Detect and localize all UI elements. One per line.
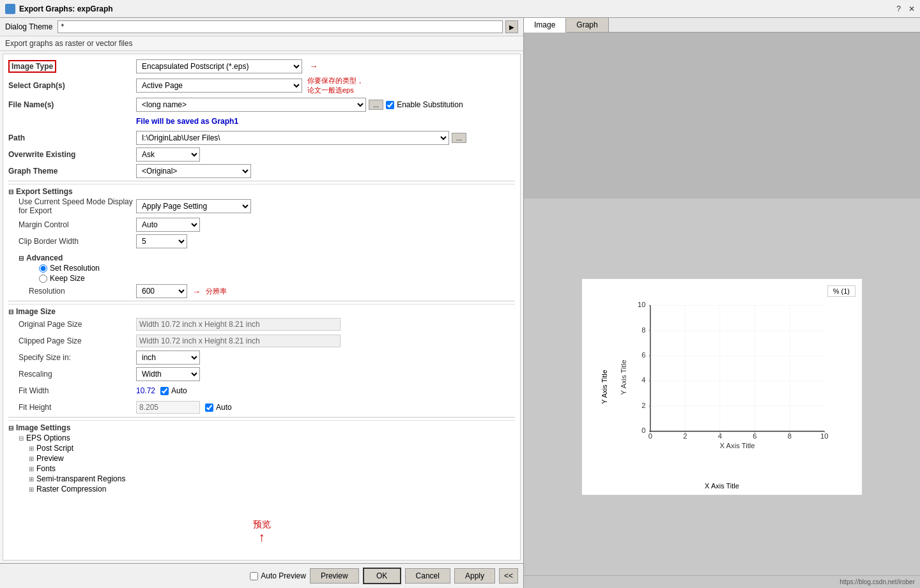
fit-height-label: Fit Height — [8, 403, 136, 412]
enable-substitution-checkbox[interactable] — [386, 101, 394, 109]
fonts-item: ⊞ Fonts — [8, 464, 515, 473]
preview-annotation-area: 预览 ↑ — [8, 519, 515, 543]
graph-tab[interactable]: Graph — [566, 18, 608, 32]
keep-size-row: Keep Size — [8, 274, 515, 283]
clipped-page-size-input — [136, 335, 341, 347]
semi-transparent-expand[interactable]: ⊞ — [29, 476, 34, 483]
fit-width-auto-row: Auto — [160, 386, 187, 395]
preview-button[interactable]: Preview — [310, 568, 359, 584]
file-saved-row: File will be saved as Graph1 — [8, 114, 515, 128]
fit-height-input[interactable] — [136, 401, 200, 414]
path-label: Path — [8, 133, 136, 142]
image-type-select[interactable]: Encapsulated Postscript (*.eps) — [136, 59, 302, 73]
apply-button[interactable]: Apply — [454, 568, 495, 584]
clipped-page-size-row: Clipped Page Size — [8, 334, 515, 348]
graph-theme-select[interactable]: <Original> — [136, 164, 251, 178]
svg-text:Y Axis Title: Y Axis Title — [620, 360, 627, 395]
rescaling-control: Width — [136, 367, 515, 381]
image-tab[interactable]: Image — [524, 18, 566, 33]
fit-width-auto-label: Auto — [171, 386, 187, 395]
file-names-control: <long name> ... Enable Substitution — [136, 98, 515, 112]
right-panel: Image Graph % (1) Y Axis Title X Axis Ti… — [524, 18, 920, 588]
image-type-control: Encapsulated Postscript (*.eps) → — [136, 59, 515, 73]
dialog-theme-arrow-btn[interactable]: ▶ — [505, 20, 518, 33]
set-resolution-label: Set Resolution — [50, 264, 100, 273]
auto-preview-checkbox[interactable] — [250, 572, 258, 580]
eps-options-expand[interactable]: ⊟ — [19, 435, 24, 442]
specify-size-select[interactable]: inch — [136, 351, 200, 365]
clip-border-label: Clip Border Width — [8, 237, 136, 246]
svg-text:8: 8 — [641, 326, 645, 334]
export-settings-collapse[interactable]: ⊟ — [8, 188, 13, 195]
svg-text:4: 4 — [718, 432, 722, 440]
file-names-label: File Name(s) — [8, 100, 136, 109]
fit-width-row: Fit Width 10.72 Auto — [8, 384, 515, 398]
set-resolution-radio[interactable] — [39, 264, 47, 273]
use-current-speed-label: Use Current Speed Mode Display for Expor… — [8, 197, 136, 215]
ok-button[interactable]: OK — [363, 568, 401, 584]
svg-text:6: 6 — [753, 432, 756, 440]
fit-height-auto-row: Auto — [205, 403, 232, 412]
app-icon — [5, 4, 15, 14]
select-graphs-row: Select Graph(s) Active Page 你要保存的类型，论文一般… — [8, 76, 515, 95]
semi-transparent-item: ⊞ Semi-transparent Regions — [8, 474, 515, 483]
file-names-select[interactable]: <long name> — [136, 98, 366, 112]
preview-tree-label: Preview — [36, 454, 64, 463]
eps-options-item: ⊟ EPS Options — [8, 433, 515, 442]
file-saved-note: File will be saved as Graph1 — [136, 117, 238, 126]
preview-expand[interactable]: ⊞ — [29, 455, 34, 462]
margin-control-select[interactable]: Auto — [136, 218, 200, 232]
preview-image-area — [524, 33, 920, 199]
collapse-button[interactable]: << — [499, 568, 518, 584]
set-resolution-row: Set Resolution — [8, 264, 515, 273]
select-graphs-control: Active Page 你要保存的类型，论文一般选eps — [136, 76, 515, 95]
overwrite-select[interactable]: Ask — [136, 147, 200, 162]
resolution-arrow: → — [192, 287, 201, 296]
margin-control-row: Margin Control Auto — [8, 218, 515, 232]
keep-size-radio[interactable] — [39, 275, 47, 283]
image-size-section: ⊟ Image Size — [8, 304, 515, 316]
post-script-item: ⊞ Post Script — [8, 444, 515, 453]
dialog-theme-row: Dialog Theme ▶ — [0, 18, 523, 36]
rescaling-row: Rescaling Width — [8, 367, 515, 381]
specify-size-label: Specify Size in: — [8, 353, 136, 362]
post-script-expand[interactable]: ⊞ — [29, 445, 34, 452]
preview-arrow-up: ↑ — [259, 531, 265, 543]
select-graphs-annotation: 你要保存的类型，论文一般选eps — [307, 76, 364, 95]
path-control: I:\OriginLab\User Files\ ... — [136, 131, 515, 145]
keep-size-label: Keep Size — [50, 274, 85, 283]
fonts-expand[interactable]: ⊞ — [29, 465, 34, 472]
advanced-collapse[interactable]: ⊟ — [19, 255, 24, 262]
path-select[interactable]: I:\OriginLab\User Files\ — [136, 131, 449, 145]
auto-preview-checkbox-row: Auto Preview — [250, 571, 306, 580]
svg-text:X Axis Title: X Axis Title — [720, 442, 755, 449]
cancel-button[interactable]: Cancel — [405, 568, 450, 584]
help-button[interactable]: ? — [896, 4, 901, 13]
dialog-theme-input[interactable] — [57, 20, 503, 33]
close-button[interactable]: ✕ — [908, 4, 915, 13]
preview-tree-item: ⊞ Preview — [8, 454, 515, 463]
resolution-control: 600 → 分辨率 — [136, 284, 515, 298]
specify-size-control: inch — [136, 351, 515, 365]
margin-control-label: Margin Control — [8, 220, 136, 229]
fit-width-control: 10.72 Auto — [136, 386, 515, 395]
preview-tabs: Image Graph — [524, 18, 920, 33]
export-settings-label: Export Settings — [16, 187, 73, 196]
path-browse-btn[interactable]: ... — [452, 133, 466, 143]
raster-compression-label: Raster Compression — [36, 485, 106, 494]
use-current-speed-select[interactable]: Apply Page Setting — [136, 199, 251, 213]
fit-width-label: Fit Width — [8, 386, 136, 395]
clip-border-select[interactable]: 5 — [136, 234, 187, 248]
raster-compression-expand[interactable]: ⊞ — [29, 486, 34, 493]
overwrite-row: Overwrite Existing Ask — [8, 147, 515, 162]
rescaling-select[interactable]: Width — [136, 367, 200, 381]
svg-text:8: 8 — [788, 432, 792, 440]
fit-height-auto-checkbox[interactable] — [205, 403, 213, 412]
x-axis-title: X Axis Title — [705, 482, 739, 490]
image-size-collapse[interactable]: ⊟ — [8, 308, 13, 315]
select-graphs-select[interactable]: Active Page — [136, 79, 302, 93]
fit-width-auto-checkbox[interactable] — [160, 387, 169, 395]
file-names-browse-btn[interactable]: ... — [369, 100, 383, 110]
resolution-select[interactable]: 600 — [136, 284, 187, 298]
image-settings-collapse[interactable]: ⊟ — [8, 425, 13, 432]
